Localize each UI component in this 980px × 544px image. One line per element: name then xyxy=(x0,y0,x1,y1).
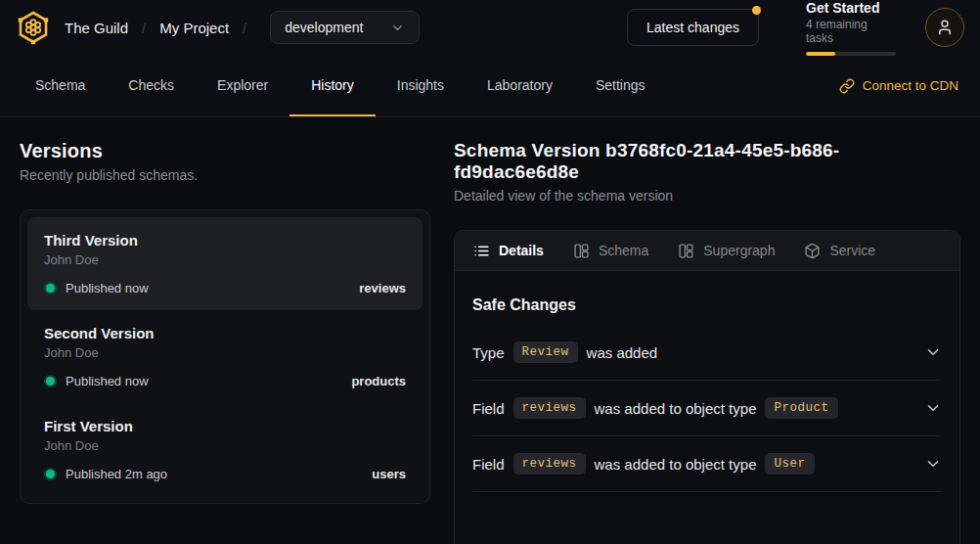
detail-tab-bar: Details Schema Supergraph Service xyxy=(455,231,959,271)
breadcrumb-separator: / xyxy=(142,20,146,36)
service-name: users xyxy=(372,467,406,481)
versions-list: Third Version John Doe Published now rev… xyxy=(20,209,430,504)
version-author: John Doe xyxy=(44,438,406,453)
change-prefix: Type xyxy=(472,344,505,361)
get-started-subtitle: 4 remaining tasks xyxy=(806,18,896,45)
detail-title: Schema Version b3768fc0-21a4-45e5-b686-f… xyxy=(454,140,960,183)
published-status-dot xyxy=(46,470,55,478)
change-row[interactable]: Field reviews was added to object type U… xyxy=(472,436,942,492)
detail-tab-supergraph[interactable]: Supergraph xyxy=(678,243,775,259)
version-meta: Published 2m ago users xyxy=(44,467,406,481)
version-name: Second Version xyxy=(44,325,406,341)
published-time: Published now xyxy=(66,281,149,295)
top-bar: The Guild / My Project / development Lat… xyxy=(0,0,980,55)
latest-changes-label: Latest changes xyxy=(646,20,739,35)
version-meta: Published now products xyxy=(44,374,406,388)
box-icon xyxy=(804,243,821,259)
version-list-item[interactable]: Second Version John Doe Published now pr… xyxy=(27,310,423,403)
change-text: was added xyxy=(587,344,658,361)
change-code: reviews xyxy=(513,397,586,419)
change-row[interactable]: Field reviews was added to object type P… xyxy=(472,381,942,436)
change-code: Review xyxy=(513,341,578,363)
change-text: was added to object type xyxy=(595,400,757,417)
published-time: Published 2m ago xyxy=(66,467,167,481)
version-author: John Doe xyxy=(44,345,406,360)
detail-body: Safe Changes Type Review was added Field… xyxy=(455,271,959,511)
list-icon xyxy=(473,243,490,259)
user-avatar[interactable] xyxy=(925,8,964,47)
tab-checks[interactable]: Checks xyxy=(107,55,196,116)
published-time: Published now xyxy=(66,374,149,388)
detail-tab-schema[interactable]: Schema xyxy=(573,243,648,259)
detail-tab-details[interactable]: Details xyxy=(473,243,544,259)
target-nav: Schema Checks Explorer History Insights … xyxy=(0,55,980,117)
tab-insights[interactable]: Insights xyxy=(376,55,466,116)
breadcrumb-org[interactable]: The Guild xyxy=(65,20,128,36)
detail-subtitle: Detailed view of the schema version xyxy=(454,188,960,204)
detail-tab-service[interactable]: Service xyxy=(804,243,875,259)
change-prefix: Field xyxy=(472,400,505,417)
tab-laboratory[interactable]: Laboratory xyxy=(466,55,574,116)
service-name: products xyxy=(351,374,406,388)
tab-history[interactable]: History xyxy=(290,55,376,116)
latest-changes-button[interactable]: Latest changes xyxy=(627,9,759,46)
breadcrumb-separator: / xyxy=(243,20,246,36)
get-started-widget[interactable]: Get Started 4 remaining tasks xyxy=(806,0,896,56)
detail-tab-label: Details xyxy=(499,243,544,258)
detail-tab-label: Schema xyxy=(599,243,648,258)
user-icon xyxy=(936,19,954,36)
connect-to-cdn-link[interactable]: Connect to CDN xyxy=(831,55,966,116)
tab-schema[interactable]: Schema xyxy=(14,55,107,116)
chevron-down-icon[interactable] xyxy=(924,399,942,417)
change-text: was added to object type xyxy=(595,456,757,473)
chevron-down-icon[interactable] xyxy=(924,455,942,473)
published-status-dot xyxy=(46,284,55,293)
change-prefix: Field xyxy=(472,456,505,473)
breadcrumb-project[interactable]: My Project xyxy=(159,20,229,36)
version-author: John Doe xyxy=(44,252,406,267)
detail-tab-label: Supergraph xyxy=(703,243,775,258)
columns-icon xyxy=(573,243,590,259)
environment-selector-value: development xyxy=(285,20,363,35)
safe-changes-title: Safe Changes xyxy=(472,296,942,314)
version-name: Third Version xyxy=(44,232,406,249)
connect-to-cdn-label: Connect to CDN xyxy=(863,78,958,93)
tab-explorer[interactable]: Explorer xyxy=(196,55,290,116)
change-code: Product xyxy=(765,397,837,419)
columns-icon xyxy=(678,243,694,259)
schema-version-detail-panel: Schema Version b3768fc0-21a4-45e5-b686-f… xyxy=(454,117,960,544)
environment-selector[interactable]: development xyxy=(270,11,420,44)
version-list-item[interactable]: Third Version John Doe Published now rev… xyxy=(27,217,423,310)
published-status-dot xyxy=(46,377,55,385)
version-meta: Published now reviews xyxy=(44,281,406,295)
notification-dot xyxy=(752,6,761,15)
chevron-down-icon xyxy=(390,21,405,35)
versions-subtitle: Recently published schemas. xyxy=(20,167,430,183)
hive-logo-icon[interactable] xyxy=(16,10,51,45)
detail-tab-label: Service xyxy=(829,243,875,258)
versions-panel: Versions Recently published schemas. Thi… xyxy=(20,117,430,544)
link-icon xyxy=(839,78,855,94)
versions-title: Versions xyxy=(20,140,430,162)
chevron-down-icon[interactable] xyxy=(924,343,942,361)
detail-card: Details Schema Supergraph Service Safe C… xyxy=(454,230,960,544)
service-name: reviews xyxy=(359,281,406,295)
change-code: reviews xyxy=(513,453,586,475)
tab-settings[interactable]: Settings xyxy=(574,55,667,116)
get-started-title: Get Started xyxy=(806,0,896,16)
main-content: Versions Recently published schemas. Thi… xyxy=(0,117,980,544)
change-row[interactable]: Type Review was added xyxy=(472,325,942,381)
change-code: User xyxy=(765,453,814,475)
version-name: First Version xyxy=(44,418,406,434)
version-list-item[interactable]: First Version John Doe Published 2m ago … xyxy=(27,403,423,496)
